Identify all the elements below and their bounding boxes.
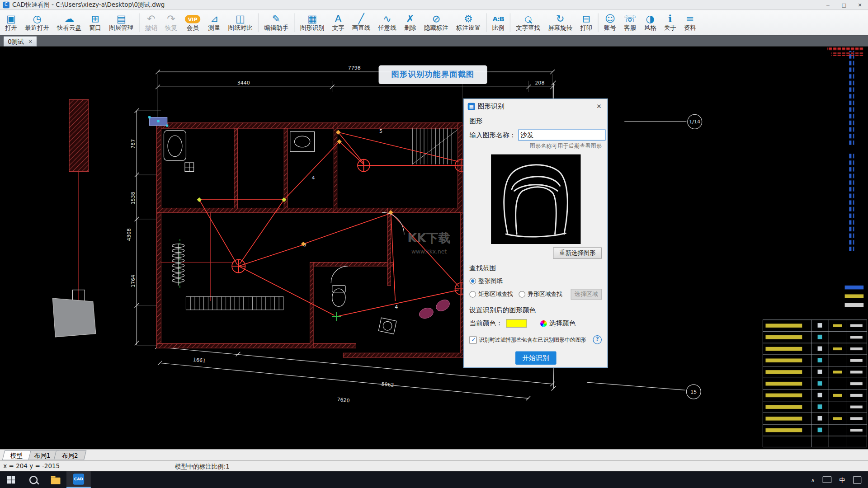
measure-icon: ⊿ <box>210 13 218 24</box>
shape-name-label: 输入图形名称： <box>469 130 516 140</box>
cursor-coordinates: x = 204 y = -2015 <box>3 463 60 470</box>
tool-edit-assistant[interactable]: ✎编辑助手 <box>260 10 292 35</box>
folder-icon <box>51 477 60 484</box>
undo-icon: ↶ <box>147 13 155 24</box>
tool-cloud[interactable]: ☁快看云盘 <box>53 10 85 35</box>
dialog-icon: ▦ <box>468 103 475 110</box>
range-rect-label: 矩形区域查找 <box>478 291 513 298</box>
tray-expand-icon[interactable]: ∧ <box>811 477 815 483</box>
tool-redo[interactable]: ↷恢复 <box>161 10 181 35</box>
toolbar-separator <box>258 13 259 32</box>
maximize-button[interactable]: □ <box>836 0 852 9</box>
search-button[interactable] <box>22 471 44 488</box>
support-icon: ☏ <box>624 13 637 24</box>
range-poly-label: 异形区域查找 <box>528 291 562 298</box>
dimension-label: 1538 <box>130 192 136 204</box>
sheet-tab-bar: 模型 布局1 布局2 <box>0 449 868 460</box>
sheet-tab-model[interactable]: 模型 <box>2 450 31 460</box>
cad-app-taskbar-button[interactable]: CAD <box>66 471 91 488</box>
minimize-button[interactable]: ─ <box>820 0 836 9</box>
tool-docs[interactable]: ≡资料 <box>680 10 700 35</box>
close-button[interactable]: ✕ <box>852 0 868 9</box>
notification-icon[interactable] <box>853 476 861 483</box>
cloud-icon: ☁ <box>64 13 74 24</box>
about-icon: ℹ <box>668 13 672 24</box>
tool-account[interactable]: ☺账号 <box>600 10 620 35</box>
symbol-circles <box>232 160 467 295</box>
choose-color-button[interactable]: 选择颜色 <box>540 319 576 328</box>
tool-delete[interactable]: ✗删除 <box>400 10 420 35</box>
tool-text[interactable]: A文字 <box>328 10 348 35</box>
windows-logo-icon <box>7 476 15 483</box>
range-rect-radio[interactable] <box>469 291 476 298</box>
plan-number: 5 <box>379 128 382 134</box>
account-icon: ☺ <box>605 13 615 24</box>
tool-support[interactable]: ☏客服 <box>620 10 640 35</box>
app-icon: C <box>3 1 9 8</box>
tool-hide-annotation[interactable]: ⊘隐藏标注 <box>420 10 452 35</box>
tool-scale[interactable]: A:B比例 <box>488 10 508 35</box>
fixtures-group <box>72 131 404 334</box>
display-icon[interactable] <box>823 476 832 483</box>
tool-print[interactable]: ⊟打印 <box>576 10 596 35</box>
dialog-title-bar[interactable]: ▦ 图形识别 ✕ <box>464 99 607 113</box>
tool-draw-line[interactable]: ╱画直线 <box>348 10 374 35</box>
plan-number: 4 <box>395 304 398 310</box>
toolbar-separator <box>294 13 294 32</box>
tool-undo[interactable]: ↶撤销 <box>141 10 161 35</box>
cad-canvas[interactable]: 7798 3440 208 787 1538 4308 1764 5000 16… <box>0 47 868 449</box>
compare-icon: ◫ <box>236 13 245 24</box>
edit-assistant-icon: ✎ <box>272 13 280 24</box>
document-tab[interactable]: 0测试 ✕ <box>3 36 37 47</box>
range-poly-radio[interactable] <box>519 291 525 298</box>
draw-line-icon: ╱ <box>358 13 364 24</box>
system-tray: ∧ 中 <box>811 475 868 483</box>
screen-rotate-icon: ↻ <box>556 13 564 24</box>
shape-name-input[interactable] <box>518 130 605 141</box>
tool-text-search[interactable]: ○文字查找 <box>512 10 544 35</box>
help-icon[interactable]: ? <box>593 335 602 344</box>
tool-free-line[interactable]: ∿任意线 <box>374 10 401 35</box>
tool-open[interactable]: ▣打开 <box>1 10 21 35</box>
range-section-label: 查找范围 <box>469 263 602 273</box>
tab-close-icon[interactable]: ✕ <box>28 39 32 44</box>
select-area-button[interactable]: 选择区域 <box>571 289 602 300</box>
shape-section-label: 图形 <box>469 117 602 126</box>
dimension-label: 208 <box>535 80 544 86</box>
tool-style[interactable]: ◑风格 <box>640 10 660 35</box>
tool-layers[interactable]: ▤图层管理 <box>105 10 137 35</box>
free-line-icon: ∿ <box>383 13 391 24</box>
watermark: KK下载 www.kkx.net <box>407 231 451 254</box>
tool-compare[interactable]: ◫图纸对比 <box>224 10 256 35</box>
style-icon: ◑ <box>646 13 655 24</box>
hide-annotation-icon: ⊘ <box>432 13 440 24</box>
tool-vip[interactable]: VIP会员 <box>181 10 204 35</box>
dialog-close-button[interactable]: ✕ <box>591 99 608 113</box>
application-window: C CAD快速看图 - C:\Users\xiezy-a\Desktop\0测试… <box>0 0 868 488</box>
tool-recent[interactable]: ◷最近打开 <box>21 10 53 35</box>
range-full-radio[interactable] <box>469 277 476 284</box>
window-icon: ⊞ <box>91 13 99 24</box>
tool-screen-rotate[interactable]: ↻屏幕旋转 <box>544 10 576 35</box>
start-button[interactable] <box>0 471 22 488</box>
start-recognition-button[interactable]: 开始识别 <box>515 352 556 365</box>
sheet-tab-layout2[interactable]: 布局2 <box>53 450 86 460</box>
filter-checkbox[interactable] <box>469 336 476 343</box>
tool-annotation-settings[interactable]: ⚙标注设置 <box>452 10 484 35</box>
tool-window[interactable]: ⊞窗口 <box>85 10 105 35</box>
toolbar-separator <box>598 13 598 32</box>
toolbar-separator <box>486 13 486 32</box>
tool-measure[interactable]: ⊿测量 <box>204 10 224 35</box>
dimension-label: 7798 <box>348 65 361 71</box>
reselect-shape-button[interactable]: 重新选择图形 <box>553 247 602 259</box>
dimension-label: 5962 <box>381 381 394 388</box>
file-explorer-button[interactable] <box>44 471 66 488</box>
document-tab-label: 0测试 <box>8 38 24 46</box>
current-color-label: 当前颜色： <box>469 319 502 328</box>
text-search-icon: ○ <box>524 13 532 24</box>
ime-indicator[interactable]: 中 <box>839 475 845 483</box>
tool-shape-recognition[interactable]: ▦图形识别 <box>296 10 328 35</box>
current-color-swatch <box>506 319 527 328</box>
tool-about[interactable]: ℹ关于 <box>660 10 680 35</box>
dimension-label: 3440 <box>237 80 250 86</box>
